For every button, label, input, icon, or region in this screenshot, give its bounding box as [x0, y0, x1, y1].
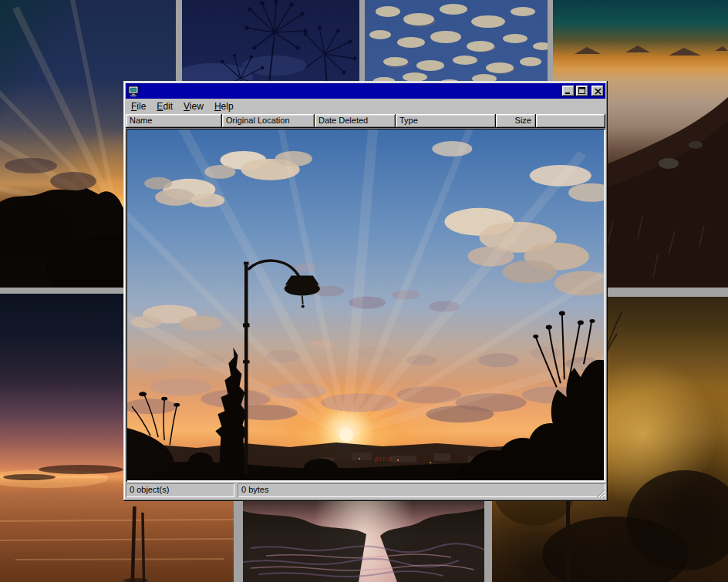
menu-bar: File Edit View Help [126, 99, 605, 114]
menu-help[interactable]: Help [210, 99, 240, 114]
menu-edit[interactable]: Edit [152, 99, 179, 114]
close-icon [595, 88, 602, 95]
photo-watermark: pino [375, 455, 393, 463]
title-bar[interactable] [126, 83, 605, 99]
status-bar: 0 object(s) 0 bytes [126, 482, 605, 499]
list-column-headers: Name Original Location Date Deleted Type… [126, 114, 605, 128]
maximize-button[interactable] [576, 86, 588, 96]
menu-file[interactable]: File [126, 99, 152, 114]
column-header-size[interactable]: Size [496, 114, 536, 128]
sunset-lamp-photo: pino [127, 130, 604, 480]
resize-grip[interactable] [595, 488, 605, 498]
close-button[interactable] [592, 86, 604, 96]
menu-view[interactable]: View [179, 99, 210, 114]
status-object-count: 0 object(s) [126, 483, 234, 497]
maximize-icon [578, 87, 586, 95]
column-header-type[interactable]: Type [396, 114, 496, 128]
explorer-window[interactable]: File Edit View Help Name Original Locati… [123, 81, 608, 501]
list-view-content[interactable]: pino [126, 128, 605, 482]
column-header-original-location[interactable]: Original Location [222, 114, 315, 128]
column-header-name[interactable]: Name [126, 114, 222, 128]
minimize-icon [565, 87, 572, 95]
column-header-date-deleted[interactable]: Date Deleted [315, 114, 396, 128]
minimize-button[interactable] [562, 86, 575, 96]
computer-icon [128, 86, 140, 97]
status-byte-count: 0 bytes [238, 483, 605, 497]
column-header-filler [536, 114, 605, 128]
